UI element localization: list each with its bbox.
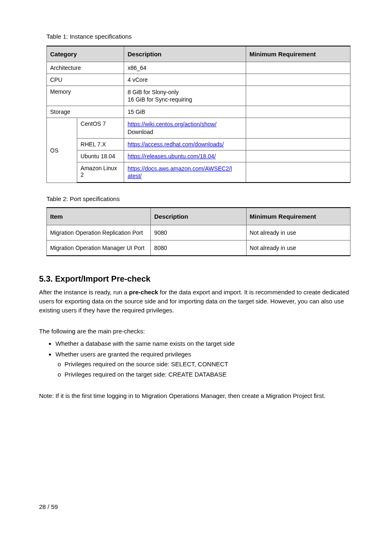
precheck-bullet-list: Whether a database with the same name ex… bbox=[39, 339, 353, 379]
cell-requirement: Not already in use bbox=[246, 240, 350, 256]
precheck-sub-list: Privileges required on the source side: … bbox=[55, 360, 353, 379]
link-centos[interactable]: https://wiki.centos.org/action/show/ bbox=[127, 121, 216, 127]
table-row: Migration Operation Manager UI Port 8080… bbox=[47, 240, 350, 256]
table1-header-category: Category bbox=[47, 46, 124, 62]
table2-header-item: Item bbox=[47, 208, 151, 225]
cell-requirement: Not already in use bbox=[246, 225, 350, 240]
cell-category: Storage bbox=[47, 106, 124, 118]
link-amazonlinux[interactable]: https://docs.aws.amazon.com/AWSEC2/l bbox=[127, 165, 232, 172]
cell-description: 9080 bbox=[151, 225, 246, 240]
cell-description: x86_64 bbox=[124, 62, 246, 74]
cell-requirement bbox=[246, 118, 350, 138]
table2-header-requirement: Minimum Requirement bbox=[246, 208, 350, 225]
section-heading-precheck: 5.3. Export/Import Pre-check bbox=[39, 274, 353, 284]
cell-requirement bbox=[246, 106, 350, 118]
cell-description: https://access.redhat.com/downloads/ bbox=[124, 138, 246, 150]
table-row: Storage 15 GiB bbox=[47, 106, 350, 118]
table-row: Architecture x86_64 bbox=[47, 62, 350, 74]
table1-header-row: Category Description Minimum Requirement bbox=[47, 46, 350, 62]
cell-description: 15 GiB bbox=[124, 106, 246, 118]
page-number: 28 / 59 bbox=[39, 503, 353, 510]
link-amazonlinux-tail[interactable]: atest/ bbox=[127, 173, 141, 179]
table2-header-row: Item Description Minimum Requirement bbox=[47, 208, 350, 225]
p1-part-a: After the instance is ready, run a bbox=[39, 289, 129, 296]
list-item: Whether users are granted the required p… bbox=[55, 350, 353, 379]
list-item: Privileges required on the source side: … bbox=[65, 360, 353, 369]
cell-description: 8080 bbox=[151, 240, 246, 256]
list-item: Privileges required on the target side: … bbox=[65, 370, 353, 379]
cell-requirement bbox=[246, 162, 350, 183]
cell-category: CPU bbox=[47, 74, 124, 86]
table-row: RHEL 7.X https://access.redhat.com/downl… bbox=[47, 138, 350, 150]
cell-os-group: OS bbox=[47, 118, 77, 183]
cell-distro: Amazon Linux 2 bbox=[77, 162, 124, 183]
table1-header-description: Description bbox=[124, 46, 246, 62]
cell-description: https://wiki.centos.org/action/show/ Dow… bbox=[124, 118, 246, 138]
cell-item: Migration Operation Manager UI Port bbox=[47, 240, 151, 256]
table-row: Ubuntu 18.04 https://releases.ubuntu.com… bbox=[47, 150, 350, 162]
table-instance-specifications: Category Description Minimum Requirement… bbox=[46, 46, 350, 183]
cell-category: Architecture bbox=[47, 62, 124, 74]
cell-description: https://releases.ubuntu.com/18.04/ bbox=[124, 150, 246, 162]
link-rhel[interactable]: https://access.redhat.com/downloads/ bbox=[127, 141, 224, 148]
cell-requirement bbox=[246, 150, 350, 162]
link-tail: Download bbox=[127, 129, 153, 135]
cell-requirement bbox=[246, 74, 350, 86]
cell-item: Migration Operation Replication Port bbox=[47, 225, 151, 240]
table2-caption: Table 2: Port specifications bbox=[39, 195, 353, 202]
cell-requirement bbox=[246, 86, 350, 106]
cell-distro: CentOS 7 bbox=[77, 118, 124, 138]
table-row: OS CentOS 7 https://wiki.centos.org/acti… bbox=[47, 118, 350, 138]
cell-distro: Ubuntu 18.04 bbox=[77, 150, 124, 162]
cell-description: 8 GiB for Slony-only 16 GiB for Sync-req… bbox=[124, 86, 246, 106]
precheck-list-intro: The following are the main pre-checks: bbox=[39, 327, 353, 336]
list-item-text: Whether users are granted the required p… bbox=[55, 351, 191, 358]
table1-caption: Table 1: Instance specifications bbox=[39, 33, 353, 40]
table-row: Amazon Linux 2 https://docs.aws.amazon.c… bbox=[47, 162, 350, 183]
cell-category: Memory bbox=[47, 86, 124, 106]
memory-line-2: 16 GiB for Sync-requiring bbox=[127, 96, 192, 103]
table-row: Migration Operation Replication Port 908… bbox=[47, 225, 350, 240]
precheck-note: Note: If it is the first time logging in… bbox=[39, 391, 353, 400]
cell-requirement bbox=[246, 62, 350, 74]
list-item: Whether a database with the same name ex… bbox=[55, 339, 353, 348]
link-ubuntu[interactable]: https://releases.ubuntu.com/18.04/ bbox=[127, 153, 216, 160]
table2-header-description: Description bbox=[151, 208, 246, 225]
table-port-specifications: Item Description Minimum Requirement Mig… bbox=[46, 207, 350, 256]
cell-description: 4 vCore bbox=[124, 74, 246, 86]
cell-distro: RHEL 7.X bbox=[77, 138, 124, 150]
precheck-intro-paragraph: After the instance is ready, run a pre-c… bbox=[39, 288, 353, 314]
cell-requirement bbox=[246, 138, 350, 150]
p1-part-b: pre-check bbox=[129, 289, 158, 296]
table-row: Memory 8 GiB for Slony-only 16 GiB for S… bbox=[47, 86, 350, 106]
memory-line-1: 8 GiB for Slony-only bbox=[127, 89, 179, 95]
table1-header-requirement: Minimum Requirement bbox=[246, 46, 350, 62]
table-row: CPU 4 vCore bbox=[47, 74, 350, 86]
cell-description: https://docs.aws.amazon.com/AWSEC2/l ate… bbox=[124, 162, 246, 183]
